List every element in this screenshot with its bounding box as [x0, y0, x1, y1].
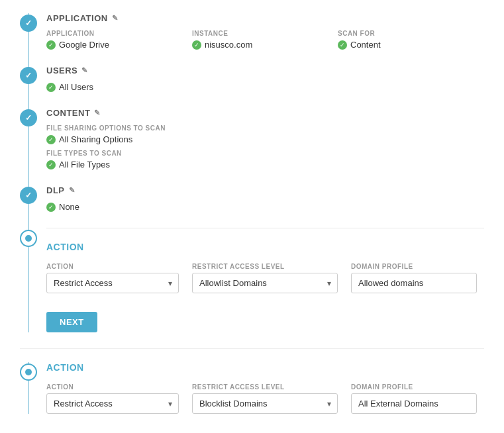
scan-check-icon: ✓: [338, 40, 347, 50]
action1-next-button[interactable]: NEXT: [46, 312, 97, 332]
action1-restrict-label: RESTRICT ACCESS LEVEL: [192, 263, 338, 270]
action2-action-select-wrapper: Restrict Access: [46, 393, 179, 414]
action1-action-field: ACTION Restrict Access: [46, 263, 179, 293]
filetypes-check-icon: ✓: [46, 160, 56, 169]
app-value: ✓ Google Drive: [46, 40, 166, 50]
content-filetypes-block: FILE TYPES TO SCAN ✓ All File Types: [46, 150, 484, 169]
action1-action-select[interactable]: Restrict Access: [46, 273, 179, 293]
action1-restrict-field: RESTRICT ACCESS LEVEL Allowlist Domains: [192, 263, 338, 293]
action1-title: ACTION: [46, 242, 484, 252]
content-filetypes-value: ✓ All File Types: [46, 160, 484, 169]
action1-domain-field: DOMAIN PROFILE: [351, 263, 477, 293]
content-filetypes-label: FILE TYPES TO SCAN: [46, 150, 484, 157]
users-value: ✓ All Users: [46, 82, 166, 92]
action1-restrict-select-wrapper: Allowlist Domains: [192, 273, 338, 293]
check-icon: ✓: [25, 19, 32, 28]
users-check-icon: ✓: [25, 71, 32, 80]
sharing-check-icon: ✓: [46, 135, 56, 144]
app-label: APPLICATION: [46, 30, 166, 37]
content-sharing-label: FILE SHARING OPTIONS TO SCAN: [46, 124, 484, 132]
application-field-app: APPLICATION ✓ Google Drive: [46, 30, 166, 50]
action2-title: ACTION: [46, 362, 484, 373]
content-check-icon: ✓: [25, 113, 32, 122]
application-field-scan: SCAN FOR ✓ Content: [338, 30, 457, 50]
scan-label: SCAN FOR: [338, 30, 457, 37]
action2-fields: ACTION Restrict Access RESTRICT ACCESS L…: [46, 383, 484, 414]
step-circle-application: ✓: [20, 15, 37, 32]
step-circle-users: ✓: [20, 67, 37, 84]
instance-check-icon: ✓: [192, 40, 201, 50]
application-fields: APPLICATION ✓ Google Drive INSTANCE ✓ ni…: [46, 30, 484, 50]
section-divider: [20, 348, 484, 349]
application-title: APPLICATION ✎: [46, 13, 484, 23]
dlp-value: ✓ None: [46, 202, 166, 212]
step-circle-dlp: ✓: [20, 187, 37, 204]
step-action-2: ACTION ACTION Restrict Access RESTRICT A…: [46, 362, 484, 414]
action2-action-label: ACTION: [46, 383, 179, 391]
action1-action-label: ACTION: [46, 263, 179, 270]
dlp-title: DLP ✎: [46, 185, 484, 195]
dlp-edit-icon[interactable]: ✎: [69, 186, 76, 195]
action2-restrict-label: RESTRICT ACCESS LEVEL: [192, 383, 338, 391]
content-title: CONTENT ✎: [46, 108, 484, 118]
step-circle-action2: [20, 363, 37, 381]
users-fields: ✓ All Users: [46, 82, 484, 92]
action2-domain-input[interactable]: [351, 393, 477, 414]
content-sharing-block: FILE SHARING OPTIONS TO SCAN ✓ All Shari…: [46, 124, 484, 144]
application-edit-icon[interactable]: ✎: [112, 14, 119, 23]
content-subfields: FILE SHARING OPTIONS TO SCAN ✓ All Shari…: [46, 124, 484, 169]
action2-restrict-select[interactable]: Blocklist Domains: [192, 393, 338, 414]
action2-restrict-field: RESTRICT ACCESS LEVEL Blocklist Domains: [192, 383, 338, 414]
action1-domain-label: DOMAIN PROFILE: [351, 263, 477, 270]
action2-restrict-select-wrapper: Blocklist Domains: [192, 393, 338, 414]
instance-value: ✓ nisusco.com: [192, 40, 311, 50]
step-users: ✓ USERS ✎ ✓ All Users: [46, 66, 484, 92]
dlp-fields: ✓ None: [46, 202, 484, 212]
action2-domain-field: DOMAIN PROFILE: [351, 383, 477, 414]
action2-action-field: ACTION Restrict Access: [46, 383, 179, 414]
action1-domain-input[interactable]: [351, 273, 477, 293]
action1-action-select-wrapper: Restrict Access: [46, 273, 179, 293]
step-circle-content: ✓: [20, 109, 37, 126]
app-check-icon: ✓: [46, 40, 56, 50]
users-edit-icon[interactable]: ✎: [81, 66, 88, 75]
action2-domain-label: DOMAIN PROFILE: [351, 383, 477, 391]
action1-restrict-select[interactable]: Allowlist Domains: [192, 273, 338, 293]
step-circle-action1: [20, 230, 37, 247]
scan-value: ✓ Content: [338, 40, 457, 50]
step-content: ✓ CONTENT ✎ FILE SHARING OPTIONS TO SCAN…: [46, 108, 484, 169]
users-title: USERS ✎: [46, 66, 484, 75]
action1-fields: ACTION Restrict Access RESTRICT ACCESS L…: [46, 263, 484, 293]
users-field-allusers: ✓ All Users: [46, 82, 166, 92]
users-value-icon: ✓: [46, 83, 56, 92]
action2-action-select[interactable]: Restrict Access: [46, 393, 179, 414]
step-dlp: ✓ DLP ✎ ✓ None: [46, 185, 484, 212]
step-application: ✓ APPLICATION ✎ APPLICATION ✓ Google Dri…: [46, 13, 484, 50]
dlp-check-icon: ✓: [25, 191, 32, 200]
dlp-field-none: ✓ None: [46, 202, 166, 212]
instance-label: INSTANCE: [192, 30, 311, 37]
step-action-1: ACTION ACTION Restrict Access RESTRICT A…: [46, 228, 484, 332]
content-edit-icon[interactable]: ✎: [94, 109, 101, 117]
dlp-value-icon: ✓: [46, 203, 56, 212]
content-sharing-value: ✓ All Sharing Options: [46, 134, 484, 144]
application-field-instance: INSTANCE ✓ nisusco.com: [192, 30, 311, 50]
